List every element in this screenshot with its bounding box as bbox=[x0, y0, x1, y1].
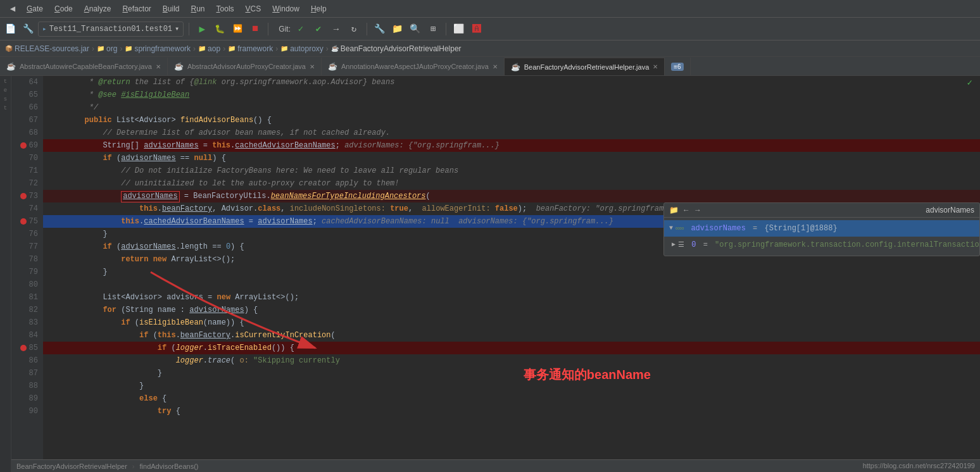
bc-aop[interactable]: 📁 aop bbox=[198, 44, 220, 53]
git-tick-icon[interactable]: ✔ bbox=[311, 22, 326, 37]
bc-jar[interactable]: 📦 RELEASE-sources.jar bbox=[5, 44, 89, 53]
bc-autoproxy[interactable]: 📁 autoproxy bbox=[280, 44, 324, 53]
back-icon[interactable]: ◀ bbox=[5, 1, 20, 16]
debug-eq-1: = bbox=[748, 220, 762, 237]
toolbar: 📄 🔧 ▸ Test11_Transaction01.test01 ▾ ▶ 🐛 … bbox=[0, 18, 980, 40]
gutter-72: 72 bbox=[11, 177, 43, 190]
stop-icon[interactable]: ⏹ bbox=[248, 22, 263, 37]
bc-org[interactable]: 📁 org bbox=[97, 44, 117, 53]
tab-more[interactable]: ≡6 bbox=[665, 58, 690, 75]
folder-ap-icon: 📁 bbox=[280, 45, 288, 52]
gutter-78: 78 bbox=[11, 253, 43, 266]
menu-window[interactable]: Window bbox=[267, 3, 305, 15]
menu-code[interactable]: Code bbox=[49, 3, 78, 15]
folder-icon-bc: 📁 bbox=[97, 45, 104, 52]
menu-analyze[interactable]: Analyze bbox=[79, 3, 116, 15]
debug-panel-header: 📁 ← → advisorNames bbox=[664, 203, 979, 218]
debug-oo-icon: ∞∞ bbox=[675, 220, 684, 237]
line-70: if (advisorNames == null) { bbox=[43, 152, 980, 165]
wrench-icon[interactable]: 🔧 bbox=[372, 22, 387, 37]
bc-class[interactable]: ☕ BeanFactoryAdvisorRetrievalHelper bbox=[331, 44, 462, 53]
line-81: List<Advisor> advisors = new ArrayList<>… bbox=[43, 291, 980, 304]
code-editor: 64 65 66 67 68 69 70 71 72 73 74 75 76 7… bbox=[11, 76, 980, 472]
line-69: String[] advisorNames = this.cachedAdvis… bbox=[43, 139, 980, 152]
debug-icon[interactable]: 🐛 bbox=[212, 22, 227, 37]
gutter-81: 81 bbox=[11, 291, 43, 304]
annotation-container: 事务通知的beanName bbox=[524, 366, 651, 383]
menu-gate[interactable]: Gate bbox=[22, 3, 48, 15]
folder-fw-icon: 📁 bbox=[228, 45, 236, 52]
line-88: } bbox=[43, 380, 980, 392]
line-85: if (logger.isTraceEnabled()) { bbox=[43, 342, 980, 354]
class-icon: ☕ bbox=[331, 45, 339, 52]
debug-back-icon[interactable]: ← bbox=[682, 206, 690, 214]
gutter-64: 64 bbox=[11, 76, 43, 89]
tab-icon-3: ☕ bbox=[328, 62, 337, 71]
project-name-label: Test11_Transaction01.test01 bbox=[49, 25, 172, 34]
new-file-icon[interactable]: 📄 bbox=[3, 22, 18, 37]
tab-abstract-advisor[interactable]: ☕ AbstractAdvisorAutoProxyCreator.java ✕ bbox=[168, 58, 322, 75]
line-numbers: 64 65 66 67 68 69 70 71 72 73 74 75 76 7… bbox=[11, 76, 43, 472]
gutter-82: 82 bbox=[11, 304, 43, 316]
app-icon[interactable]: 🅰 bbox=[469, 22, 484, 37]
menu-tools[interactable]: Tools bbox=[211, 3, 239, 15]
tab-close-1[interactable]: ✕ bbox=[156, 63, 161, 70]
debug-val-0: "org.springframework.transaction.config.… bbox=[715, 237, 980, 253]
tab-close-3[interactable]: ✕ bbox=[493, 63, 498, 70]
git-check-icon[interactable]: ✓ bbox=[293, 22, 308, 37]
bc-springframework[interactable]: 📁 springframework bbox=[125, 44, 191, 53]
tab-abstract-autowire[interactable]: ☕ AbstractAutowireCapableBeanFactory.jav… bbox=[0, 58, 168, 75]
run-icon[interactable]: ▶ bbox=[194, 22, 210, 37]
debug-nav-buttons: 📁 ← → bbox=[669, 206, 701, 214]
debug-row-advisornames[interactable]: ▼ ∞∞ advisorNames = {String[1]@1888} bbox=[664, 220, 979, 237]
gutter-88: 88 bbox=[11, 380, 43, 392]
debug-folder-icon[interactable]: 📁 bbox=[669, 206, 679, 214]
step-icon[interactable]: ⏩ bbox=[230, 22, 245, 37]
separator-2 bbox=[268, 23, 268, 35]
gutter-86: 86 bbox=[11, 354, 43, 367]
debug-expand-icon-2[interactable]: ▶ bbox=[672, 237, 675, 253]
tab-beanfactory-advisor[interactable]: ☕ BeanFactoryAdvisorRetrievalHelper.java… bbox=[505, 58, 665, 75]
gutter-77: 77 bbox=[11, 240, 43, 253]
git-sync-icon[interactable]: ↻ bbox=[346, 22, 361, 37]
project-dropdown[interactable]: ▸ Test11_Transaction01.test01 ▾ bbox=[38, 22, 184, 37]
line-68: // Determine list of advisor bean names,… bbox=[43, 127, 980, 139]
tab-close-4[interactable]: ✕ bbox=[653, 63, 658, 70]
line-65: * @see #isEligibleBean bbox=[43, 89, 980, 101]
microsoft-icon[interactable]: ⬜ bbox=[451, 22, 467, 37]
tab-close-2[interactable]: ✕ bbox=[310, 63, 315, 70]
gutter-87: 87 bbox=[11, 367, 43, 380]
gutter-90: 90 bbox=[11, 405, 43, 418]
gutter-83: 83 bbox=[11, 316, 43, 329]
search-icon[interactable]: 🔍 bbox=[408, 22, 423, 37]
line-87: } bbox=[43, 367, 980, 380]
gutter-76: 76 bbox=[11, 228, 43, 240]
folder-icon[interactable]: 📁 bbox=[390, 22, 405, 37]
debug-forward-icon[interactable]: → bbox=[694, 206, 701, 214]
menu-build[interactable]: Build bbox=[158, 3, 185, 15]
line-84: if (this.beanFactory.isCurrentlyInCreati… bbox=[43, 329, 980, 342]
bc-framework[interactable]: 📁 framework bbox=[228, 44, 273, 53]
gutter-75: 75 bbox=[11, 215, 43, 228]
debug-key-advisornames: advisorNames bbox=[686, 220, 746, 237]
tab-count-badge: ≡6 bbox=[671, 63, 683, 71]
line-83: if (isEligibleBean(name)) { bbox=[43, 316, 980, 329]
editor-area: t e s t 64 65 66 67 68 69 70 71 72 73 74… bbox=[0, 76, 980, 472]
separator-4 bbox=[446, 23, 446, 35]
tab-icon-2: ☕ bbox=[174, 62, 184, 71]
menu-help[interactable]: Help bbox=[306, 3, 332, 15]
menu-refactor[interactable]: Refactor bbox=[117, 3, 156, 15]
git-label: Git: bbox=[279, 25, 291, 34]
debug-row-0[interactable]: ▶ ☰ 0 = "org.springframework.transaction… bbox=[664, 237, 979, 253]
folder-aop-icon: 📁 bbox=[198, 45, 206, 52]
git-arrow-icon[interactable]: → bbox=[329, 22, 344, 37]
code-lines: * @return the list of {@link org.springf… bbox=[43, 76, 980, 472]
tab-annotation-aware[interactable]: ☕ AnnotationAwareAspectJAutoProxyCreator… bbox=[322, 58, 505, 75]
menu-run[interactable]: Run bbox=[186, 3, 210, 15]
gutter-79: 79 bbox=[11, 266, 43, 278]
settings-icon[interactable]: 🔧 bbox=[20, 22, 35, 37]
breakpoint-75 bbox=[20, 218, 27, 225]
menu-vcs[interactable]: VCS bbox=[241, 3, 267, 15]
copy-icon[interactable]: ⊞ bbox=[425, 22, 441, 37]
debug-expand-icon-1[interactable]: ▼ bbox=[669, 220, 673, 237]
